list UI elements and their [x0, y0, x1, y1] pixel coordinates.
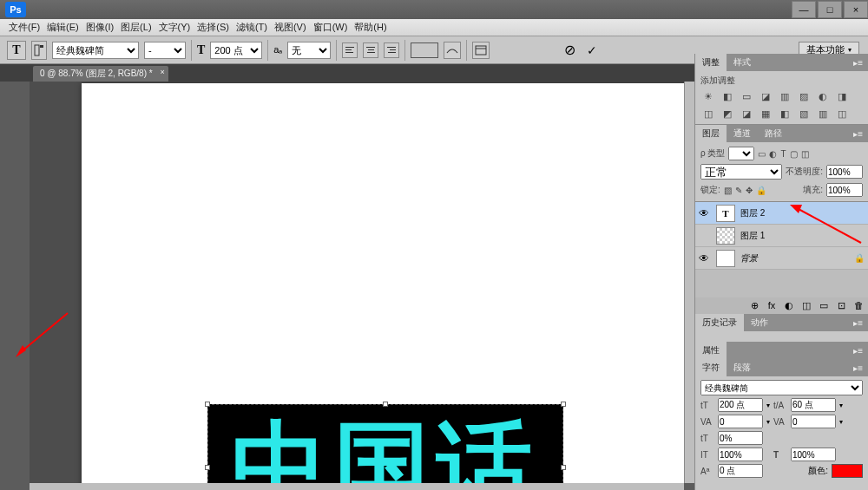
menu-help[interactable]: 帮助(H) — [354, 21, 386, 34]
filter-type-icon[interactable]: T — [780, 149, 786, 159]
new-group-icon[interactable]: ▭ — [818, 300, 830, 311]
adj-vibrance[interactable]: ▥ — [777, 89, 792, 103]
visibility-icon[interactable]: 👁 — [699, 252, 711, 265]
char-baseline-input[interactable] — [718, 464, 763, 478]
char-kerning-input[interactable] — [718, 415, 763, 428]
adj-thresh[interactable]: ▧ — [796, 107, 812, 121]
adj-selcolor[interactable]: ◫ — [834, 107, 850, 121]
scrollbar-vertical[interactable] — [684, 82, 694, 483]
link-layers-icon[interactable]: ⊕ — [748, 300, 760, 311]
adj-bw[interactable]: ◨ — [834, 89, 850, 103]
tab-adjustments[interactable]: 调整 — [695, 54, 727, 71]
tab-paths[interactable]: 路径 — [758, 125, 789, 142]
align-right-button[interactable] — [384, 42, 399, 58]
add-mask-icon[interactable]: ◐ — [783, 300, 795, 311]
menu-filter[interactable]: 滤镜(T) — [236, 21, 267, 34]
canvas[interactable]: 中国话 — [82, 83, 684, 483]
filter-adjust-icon[interactable]: ◐ — [769, 149, 777, 159]
align-left-button[interactable] — [342, 42, 358, 58]
font-style-select[interactable]: - — [144, 42, 186, 59]
font-family-select[interactable]: 经典魏碑简 — [52, 42, 139, 59]
tab-properties[interactable]: 属性 — [695, 342, 727, 359]
lock-pos-icon[interactable]: ✥ — [746, 186, 753, 195]
char-scale-input[interactable] — [718, 431, 763, 445]
char-color-swatch[interactable] — [832, 464, 863, 478]
delete-layer-icon[interactable]: 🗑 — [852, 300, 865, 311]
maximize-button[interactable]: □ — [818, 1, 842, 18]
char-hscale-input[interactable] — [791, 448, 836, 461]
chevron-down-icon[interactable]: ▾ — [839, 418, 843, 426]
char-font-family[interactable]: 经典魏碑简 — [700, 380, 863, 395]
layer-name[interactable]: 图层 2 — [740, 207, 765, 219]
panel-menu-icon[interactable]: ▸≡ — [848, 318, 868, 328]
antialias-select[interactable]: 无 — [287, 42, 331, 59]
tab-styles[interactable]: 样式 — [727, 54, 758, 71]
panel-menu-icon[interactable]: ▸≡ — [848, 346, 868, 356]
layer-fx-icon[interactable]: fx — [766, 300, 778, 311]
text-color-swatch[interactable] — [411, 42, 438, 58]
handle-mid-left[interactable] — [205, 465, 210, 470]
adj-photo[interactable]: ◫ — [700, 107, 716, 121]
adj-colorbal[interactable]: ◐ — [815, 89, 831, 103]
adj-invert[interactable]: ▦ — [758, 107, 773, 121]
new-layer-icon[interactable]: ⊡ — [835, 300, 847, 311]
panel-menu-icon[interactable]: ▸≡ — [848, 363, 868, 373]
handle-top-mid[interactable] — [383, 402, 388, 407]
panel-menu-icon[interactable]: ▸≡ — [848, 129, 868, 139]
adj-gradmap[interactable]: ▥ — [815, 107, 831, 121]
tab-channels[interactable]: 通道 — [727, 125, 758, 142]
blend-mode-select[interactable]: 正常 — [700, 164, 782, 180]
text-bounding-box[interactable]: 中国话 — [207, 404, 563, 483]
tab-layers[interactable]: 图层 — [695, 125, 727, 142]
adj-mixer[interactable]: ◩ — [720, 107, 735, 121]
commit-edits-button[interactable]: ✓ — [583, 42, 601, 59]
close-button[interactable]: × — [844, 1, 868, 18]
adj-hue[interactable]: ▨ — [796, 89, 812, 103]
layer-name[interactable]: 图层 1 — [740, 230, 765, 242]
tab-character[interactable]: 字符 — [695, 359, 727, 376]
menu-select[interactable]: 选择(S) — [197, 21, 229, 34]
visibility-icon[interactable]: 👁 — [699, 207, 711, 219]
handle-top-left[interactable] — [205, 402, 210, 407]
handle-top-right[interactable] — [561, 402, 566, 407]
filter-shape-icon[interactable]: ▢ — [790, 149, 798, 159]
char-vscale-input[interactable] — [718, 448, 763, 461]
lock-all-icon[interactable]: 🔒 — [756, 186, 766, 195]
layers-empty-area[interactable] — [695, 270, 868, 297]
text-orientation-button[interactable] — [31, 41, 47, 60]
align-center-button[interactable] — [363, 42, 378, 58]
menu-edit[interactable]: 编辑(E) — [47, 21, 79, 34]
cancel-edits-button[interactable]: ⊘ — [561, 42, 578, 59]
char-tracking-input[interactable] — [791, 415, 836, 428]
tab-history[interactable]: 历史记录 — [695, 314, 744, 331]
adj-exposure[interactable]: ◪ — [758, 89, 773, 103]
new-fill-icon[interactable]: ◫ — [800, 300, 812, 311]
minimize-button[interactable]: — — [792, 1, 816, 18]
chevron-down-icon[interactable]: ▾ — [766, 402, 770, 409]
warp-text-button[interactable] — [444, 42, 461, 59]
layer-row[interactable]: 👁 T 图层 2 — [695, 202, 868, 225]
tool-indicator[interactable]: T — [7, 41, 26, 60]
layer-row[interactable]: 👁 背景 🔒 — [695, 247, 868, 270]
adj-brightness[interactable]: ☀ — [700, 89, 716, 103]
layer-row[interactable]: 图层 1 — [695, 225, 868, 247]
chevron-down-icon[interactable]: ▾ — [766, 418, 770, 426]
history-list[interactable] — [695, 331, 868, 342]
tab-actions[interactable]: 动作 — [744, 314, 775, 331]
menu-type[interactable]: 文字(Y) — [159, 21, 191, 34]
scrollbar-horizontal[interactable] — [30, 483, 684, 490]
adj-levels[interactable]: ◧ — [720, 89, 735, 103]
character-panel-button[interactable] — [472, 42, 490, 59]
menu-view[interactable]: 视图(V) — [274, 21, 306, 34]
layer-name[interactable]: 背景 — [740, 252, 758, 265]
adj-lookup[interactable]: ◪ — [739, 107, 754, 121]
menu-layer[interactable]: 图层(L) — [121, 21, 151, 34]
filter-pixel-icon[interactable]: ▭ — [758, 149, 766, 159]
close-tab-icon[interactable]: × — [160, 68, 164, 76]
chevron-down-icon[interactable]: ▾ — [839, 402, 843, 409]
adj-curves[interactable]: ▭ — [739, 89, 754, 103]
menu-image[interactable]: 图像(I) — [86, 21, 114, 34]
lock-image-icon[interactable]: ✎ — [735, 186, 742, 195]
canvas-viewport[interactable]: 中国话 — [30, 82, 684, 483]
char-size-input[interactable] — [718, 398, 763, 412]
